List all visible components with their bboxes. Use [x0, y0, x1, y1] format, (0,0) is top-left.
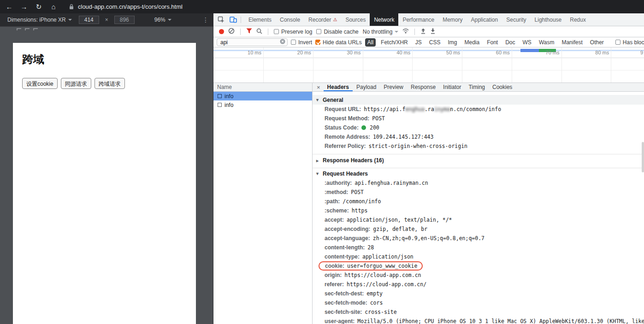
- back-icon[interactable]: ←: [2, 3, 17, 11]
- request-row[interactable]: info: [213, 92, 312, 100]
- scrollbar-thumb[interactable]: [642, 142, 644, 172]
- filter-type-chip[interactable]: Other: [588, 38, 606, 47]
- viewport-height-input[interactable]: 896: [114, 16, 135, 24]
- network-toolbar: Preserve log Disable cache No throttling: [213, 26, 644, 37]
- requests-name-header[interactable]: Name: [213, 83, 312, 92]
- network-conditions-icon[interactable]: [402, 28, 409, 35]
- filter-type-chip[interactable]: All: [365, 38, 376, 47]
- details-tab[interactable]: Headers: [324, 83, 353, 91]
- clear-icon[interactable]: [228, 28, 235, 35]
- details-tab[interactable]: Initiator: [439, 83, 465, 91]
- header-value: empty: [366, 290, 383, 297]
- filter-type-chip[interactable]: Img: [445, 38, 459, 47]
- timeline-gridline: [512, 47, 512, 82]
- highlight-annotation: cookie:user=forguo_www_cookie: [319, 261, 423, 271]
- page-button[interactable]: 同源请求: [61, 78, 91, 89]
- zoom-value: 96%: [154, 17, 165, 23]
- separator: [240, 29, 241, 35]
- general-section-header[interactable]: ▾ General: [313, 95, 644, 105]
- address-bar-url[interactable]: cloud-app.com.cn/apps-t/cors/cors.html: [78, 3, 183, 10]
- filter-type-chip[interactable]: Manifest: [559, 38, 585, 47]
- response-headers-section-header[interactable]: ▸ Response Headers (16): [313, 155, 644, 166]
- export-har-icon[interactable]: [430, 28, 436, 35]
- disable-cache-checkbox[interactable]: Disable cache: [316, 29, 358, 35]
- devtools-tab[interactable]: Console ⚠: [276, 13, 304, 26]
- header-item: referer:https://cloud-app.com.cn/: [313, 280, 644, 289]
- home-icon[interactable]: ⌂: [46, 3, 61, 11]
- filter-type-chip[interactable]: Doc: [503, 38, 517, 47]
- details-tab[interactable]: Timing: [465, 83, 489, 91]
- devtools-tab[interactable]: Security ⚠: [502, 13, 530, 26]
- devtools-tab[interactable]: Recorder ⚠: [304, 13, 341, 26]
- header-item: Referrer Policy:strict-origin-when-cross…: [313, 141, 644, 151]
- checkbox-icon: [316, 29, 321, 34]
- timeline-tick-label: 10 ms: [232, 50, 261, 55]
- search-icon[interactable]: [256, 28, 262, 35]
- viewport-width-input[interactable]: 414: [79, 16, 99, 24]
- reload-icon[interactable]: ↻: [31, 3, 46, 11]
- throttling-select[interactable]: No throttling: [363, 29, 399, 35]
- header-value: cross-site: [365, 309, 396, 315]
- triangle-right-icon: ▸: [316, 158, 320, 163]
- inspect-element-icon[interactable]: [215, 13, 227, 26]
- timeline-gridline: [263, 47, 264, 82]
- filter-type-chip[interactable]: WS: [520, 38, 534, 47]
- device-type-select[interactable]: Dimensions: iPhone XR: [7, 17, 72, 23]
- devtools-tab[interactable]: Sources ⚠: [341, 13, 370, 26]
- devtools-tab[interactable]: Lighthouse ⚠: [531, 13, 566, 26]
- details-tabbar: × Headers Payload Preview Response Initi…: [313, 83, 644, 92]
- separator: [268, 29, 268, 35]
- device-dimensions-label: Dimensions: iPhone XR: [7, 17, 66, 23]
- filter-icon[interactable]: [246, 28, 252, 35]
- devtools-tab[interactable]: Memory ⚠: [438, 13, 467, 26]
- header-name: user-agent:: [325, 318, 354, 324]
- header-value: https: [352, 207, 368, 214]
- devtools-tab[interactable]: Network ⚠: [370, 13, 398, 26]
- header-item: accept-encoding:gzip, deflate, br: [313, 224, 644, 234]
- clear-filter-icon[interactable]: [280, 39, 285, 46]
- header-item: :authority:api.fenghua.rainyman.cn: [313, 178, 644, 188]
- has-blocked-cookies-checkbox[interactable]: Has blocked cookies: [615, 39, 644, 46]
- filter-type-chip[interactable]: Fetch/XHR: [378, 38, 410, 47]
- network-overview-timeline[interactable]: 10 ms20 ms30 ms40 ms50 ms60 ms70 ms80 ms…: [213, 47, 644, 83]
- request-row[interactable]: info: [213, 100, 312, 109]
- filter-type-chip[interactable]: CSS: [427, 38, 443, 47]
- header-name: :scheme:: [325, 207, 349, 214]
- devtools-tab[interactable]: Elements ⚠: [244, 13, 276, 26]
- details-tab[interactable]: Response: [407, 83, 439, 91]
- devtools-tab-label: Recorder: [308, 17, 331, 23]
- filter-type-chip[interactable]: Media: [462, 38, 482, 47]
- preserve-log-checkbox[interactable]: Preserve log: [274, 29, 312, 35]
- filter-type-chip[interactable]: Font: [484, 38, 500, 47]
- dimensions-times-separator: ×: [105, 17, 108, 23]
- forward-icon[interactable]: →: [17, 3, 31, 11]
- timeline-tick-label: 50 ms: [431, 50, 460, 55]
- filter-type-chip[interactable]: JS: [413, 38, 424, 47]
- filter-input[interactable]: api: [217, 38, 288, 46]
- details-tab[interactable]: Payload: [353, 83, 380, 91]
- more-options-icon[interactable]: ⋮: [202, 16, 209, 24]
- page-pane: Dimensions: iPhone XR 414 × 896 96% ⋮ 跨域: [0, 13, 213, 324]
- filter-type-chip[interactable]: Wasm: [537, 38, 557, 47]
- details-tab[interactable]: Cookies: [489, 83, 516, 91]
- invert-checkbox[interactable]: Invert: [291, 39, 312, 46]
- hide-data-urls-checkbox[interactable]: Hide data URLs: [315, 39, 362, 46]
- device-toolbar-toggle-icon[interactable]: [227, 13, 239, 26]
- details-tab[interactable]: Preview: [380, 83, 407, 91]
- import-har-icon[interactable]: [420, 28, 426, 35]
- page-button-row: 设置cookie 同源请求 跨域请求: [22, 78, 196, 89]
- page-button[interactable]: 设置cookie: [22, 78, 58, 89]
- zoom-select[interactable]: 96%: [154, 17, 171, 23]
- devtools-tab[interactable]: Performance ⚠: [398, 13, 438, 26]
- header-value: zh-CN,zh;q=0.9,en-US;q=0.8,en;q=0.7: [373, 235, 484, 242]
- close-icon[interactable]: ×: [313, 83, 324, 91]
- page-button[interactable]: 跨域请求: [95, 78, 125, 89]
- record-icon[interactable]: [219, 29, 224, 34]
- timeline-gridline: [412, 47, 413, 82]
- header-value: strict-origin-when-cross-origin: [368, 143, 467, 149]
- lock-icon[interactable]: [69, 4, 74, 10]
- header-item: Remote Address:109.244.145.127:443: [313, 132, 644, 141]
- request-headers-section-header[interactable]: ▾ Request Headers: [313, 169, 644, 178]
- devtools-tab[interactable]: Application ⚠: [467, 13, 502, 26]
- devtools-tab[interactable]: Redux ⚠: [566, 13, 590, 26]
